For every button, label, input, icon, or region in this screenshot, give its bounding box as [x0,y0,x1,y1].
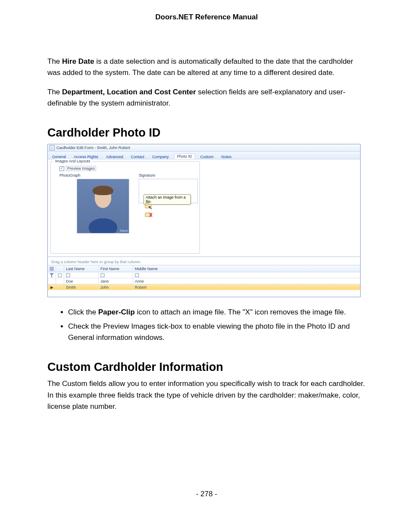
grid-group-hint[interactable]: Drag a column header here to group by th… [48,257,360,265]
label-photograph: PhotoGraph [59,173,81,177]
photograph-image: Dave [77,179,129,233]
tab-contact[interactable]: Contact [128,154,147,159]
tab-company[interactable]: Company [149,154,171,159]
text: Click the [68,308,98,316]
list-item: Check the Preview Images tick-box to ena… [68,321,366,344]
remove-image-icon[interactable] [145,212,153,218]
grid-header-row: Last Name First Name Middle Name [48,265,360,272]
photograph-preview: Dave [77,179,129,233]
cell-last-name: Doe [64,278,99,284]
column-header-middle-name[interactable]: Middle Name [133,265,360,272]
window-titlebar: – Cardholder Edit Form - Smith, John Rob… [48,144,360,152]
checkbox-label: Preview Images [66,166,96,171]
paragraph-hire-date: The Hire Date is a date selection and is… [47,56,366,79]
svg-rect-1 [145,203,149,205]
page-number: - 278 - [47,490,366,498]
cell-middle-name: Robert [133,284,360,290]
window-title: Cardholder Edit Form - Smith, John Rober… [56,146,130,150]
filter-icon[interactable] [48,272,56,278]
attach-image-icon[interactable] [145,203,153,209]
paragraph-dept-loc-cc: The Department, Location and Cost Center… [47,87,366,109]
tab-access-rights[interactable]: Access Rights [71,154,101,159]
svg-rect-8 [66,274,70,277]
text: The [47,57,62,65]
grid-filter-row [48,272,360,278]
page-header: Doors.NET Reference Manual [47,13,366,22]
column-header-first-name[interactable]: First Name [99,265,133,272]
table-row[interactable]: Doe Jane Anne [48,278,360,284]
svg-rect-10 [135,274,139,277]
grid-selector-button[interactable] [56,265,64,272]
row-indicator-icon: ▶ [48,284,56,290]
bold-hire-date: Hire Date [62,57,94,65]
text: icon to attach an image file. The "X" ic… [135,308,346,316]
svg-rect-9 [101,274,104,277]
paragraph-custom-fields: The Custom fields allow you to enter inf… [47,378,366,412]
groupbox-images-layouts: Images And Layouts ✓ Preview Images Phot… [50,161,200,254]
svg-marker-6 [50,273,54,277]
cell-middle-name: Anne [133,278,360,284]
grid-selector-button[interactable] [48,265,56,272]
heading-custom-info: Custom Cardholder Information [47,361,366,374]
list-item: Click the Paper-Clip icon to attach an i… [68,307,366,318]
cardholders-grid: Drag a column header here to group by th… [48,257,360,297]
window-control-icon[interactable]: – [50,145,55,150]
filter-cell[interactable] [56,272,64,278]
groupbox-legend: Images And Layouts [54,159,92,163]
photograph-caption: Dave [120,229,128,233]
heading-photo-id: Cardholder Photo ID [47,126,366,140]
tab-custom[interactable]: Custom [198,154,216,159]
tab-notes[interactable]: Notes [219,154,234,159]
tab-bar: General Access Rights Advanced Contact C… [48,152,360,159]
cell-last-name: Smith [64,284,99,290]
column-header-last-name[interactable]: Last Name [64,265,99,272]
tab-advanced[interactable]: Advanced [103,154,126,159]
tab-photo-id[interactable]: Photo ID [174,153,195,159]
text: The [47,88,62,96]
filter-cell-first-name[interactable] [99,272,133,278]
instruction-list: Click the Paper-Clip icon to attach an i… [47,307,366,343]
tab-general[interactable]: General [50,154,68,159]
filter-cell-middle-name[interactable] [133,272,360,278]
filter-cell-last-name[interactable] [64,272,99,278]
bold-paper-clip: Paper-Clip [98,308,135,316]
svg-rect-7 [58,274,62,277]
checkbox-preview-images[interactable]: ✓ [59,166,64,171]
cell-first-name: Jane [99,278,133,284]
label-signature: Signature [139,173,156,177]
cell-first-name: John [99,284,133,290]
table-row-selected[interactable]: ▶ Smith John Robert [48,284,360,290]
screenshot-cardholder-form: – Cardholder Edit Form - Smith, John Rob… [47,144,361,297]
bold-dept-loc-cc: Department, Location and Cost Center [62,88,196,96]
